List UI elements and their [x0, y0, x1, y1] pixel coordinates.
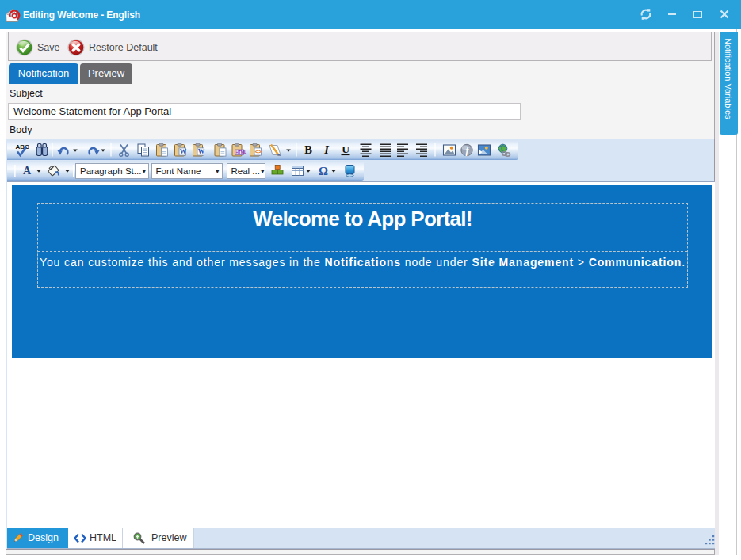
- svg-text:W: W: [180, 147, 187, 155]
- svg-text:ABC: ABC: [16, 143, 30, 150]
- svg-text:W: W: [198, 147, 205, 155]
- svg-text:B: B: [304, 143, 312, 156]
- svg-text:<>: <>: [255, 149, 262, 154]
- svg-text:U: U: [342, 143, 349, 155]
- svg-text:Ω: Ω: [319, 165, 328, 177]
- svg-text:I: I: [323, 143, 330, 156]
- svg-text:HTML: HTML: [235, 150, 246, 154]
- svg-text:A: A: [23, 165, 32, 177]
